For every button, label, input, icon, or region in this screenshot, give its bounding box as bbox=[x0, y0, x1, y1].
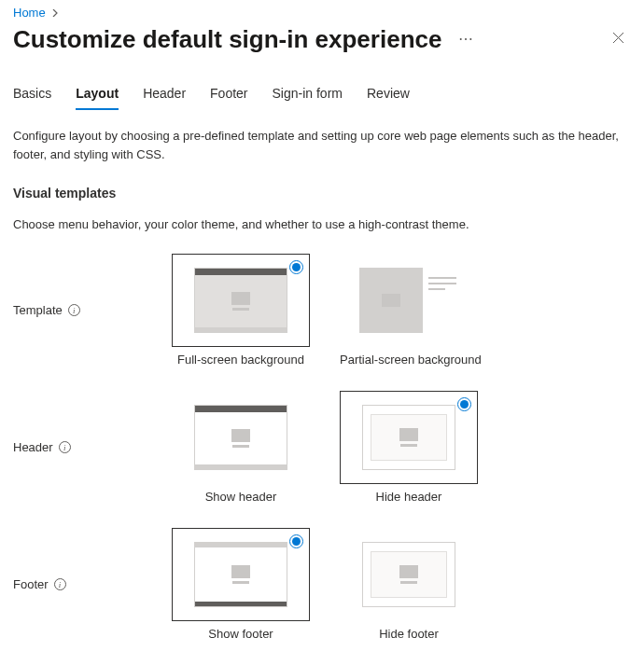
info-icon[interactable]: i bbox=[68, 304, 80, 316]
footer-label: Footer bbox=[13, 577, 49, 591]
visual-templates-heading: Visual templates bbox=[13, 186, 631, 201]
ellipsis-icon: ⋯ bbox=[458, 31, 473, 47]
show-footer-thumbnail bbox=[194, 542, 287, 607]
radio-selected-icon bbox=[289, 534, 303, 548]
breadcrumb: Home bbox=[13, 6, 631, 20]
hide-footer-thumbnail bbox=[362, 542, 455, 607]
template-option-full-screen[interactable] bbox=[172, 254, 310, 347]
tab-layout[interactable]: Layout bbox=[76, 86, 119, 110]
radio-selected-icon bbox=[457, 397, 471, 411]
more-button[interactable]: ⋯ bbox=[455, 28, 477, 50]
close-button[interactable] bbox=[605, 26, 631, 52]
close-icon bbox=[612, 31, 624, 47]
template-option-partial-screen-label: Partial-screen background bbox=[340, 353, 482, 367]
chevron-right-icon bbox=[51, 7, 59, 19]
hide-header-thumbnail bbox=[362, 405, 455, 470]
header-option-hide-label: Hide header bbox=[376, 490, 442, 504]
template-row: Template i Full-screen background bbox=[13, 254, 631, 367]
partial-screen-thumbnail bbox=[359, 268, 462, 333]
tab-sign-in-form[interactable]: Sign-in form bbox=[273, 86, 343, 110]
header-row: Header i Show header Hide header bbox=[13, 391, 631, 504]
info-icon[interactable]: i bbox=[54, 578, 66, 590]
page-header: Customize default sign-in experience ⋯ bbox=[13, 23, 631, 54]
show-header-thumbnail bbox=[194, 405, 287, 470]
breadcrumb-home-link[interactable]: Home bbox=[13, 6, 46, 20]
tab-bar: Basics Layout Header Footer Sign-in form… bbox=[13, 86, 631, 110]
footer-option-show[interactable] bbox=[172, 528, 310, 621]
header-option-show[interactable] bbox=[172, 391, 310, 484]
template-label-cell: Template i bbox=[13, 303, 172, 317]
footer-option-hide[interactable] bbox=[340, 528, 478, 621]
footer-label-cell: Footer i bbox=[13, 577, 172, 591]
footer-row: Footer i Show footer Hide footer bbox=[13, 528, 631, 641]
tab-review[interactable]: Review bbox=[367, 86, 410, 110]
header-label-cell: Header i bbox=[13, 440, 172, 454]
template-option-partial-screen[interactable] bbox=[342, 254, 480, 347]
visual-templates-description: Choose menu behavior, your color theme, … bbox=[13, 217, 631, 231]
tab-footer[interactable]: Footer bbox=[210, 86, 247, 110]
page-title: Customize default sign-in experience bbox=[13, 25, 441, 54]
header-option-hide[interactable] bbox=[340, 391, 478, 484]
template-label: Template bbox=[13, 303, 63, 317]
footer-option-show-label: Show footer bbox=[208, 627, 273, 641]
radio-selected-icon bbox=[289, 260, 303, 274]
info-icon[interactable]: i bbox=[59, 441, 71, 453]
header-label: Header bbox=[13, 440, 53, 454]
footer-option-hide-label: Hide footer bbox=[379, 627, 439, 641]
full-screen-thumbnail bbox=[194, 268, 287, 333]
tab-basics[interactable]: Basics bbox=[13, 86, 51, 110]
layout-intro-text: Configure layout by choosing a pre-defin… bbox=[13, 127, 629, 163]
tab-header[interactable]: Header bbox=[143, 86, 186, 110]
header-option-show-label: Show header bbox=[205, 490, 277, 504]
template-option-full-screen-label: Full-screen background bbox=[177, 353, 304, 367]
